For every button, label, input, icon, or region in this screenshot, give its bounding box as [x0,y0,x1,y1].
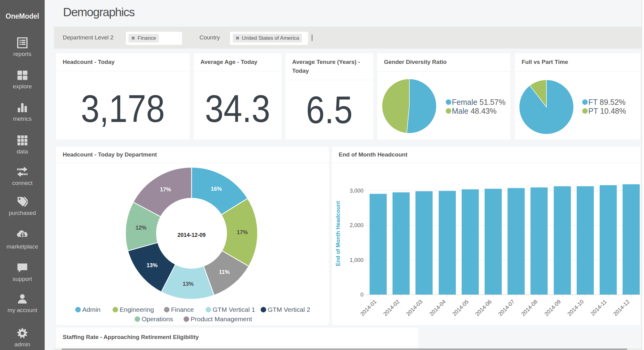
svg-text:13%: 13% [147,262,158,268]
svg-text:2014-12-09: 2014-12-09 [177,232,206,238]
svg-text:2014-09: 2014-09 [543,299,562,317]
svg-text:2014-01: 2014-01 [359,299,378,317]
svg-text:2014-06: 2014-06 [474,299,493,317]
svg-text:11%: 11% [219,269,229,275]
svg-text:2014-02: 2014-02 [382,299,401,317]
svg-text:2014-12: 2014-12 [612,299,631,317]
svg-text:2014-10: 2014-10 [566,299,585,317]
svg-text:2014-05: 2014-05 [451,299,470,317]
svg-text:3,000: 3,000 [350,188,363,194]
svg-text:12%: 12% [136,225,147,231]
svg-text:13%: 13% [183,281,194,287]
svg-text:2014-11: 2014-11 [590,299,608,317]
svg-text:16%: 16% [211,186,222,192]
svg-text:1,000: 1,000 [350,257,363,263]
svg-text:0: 0 [360,292,363,298]
svg-text:2014-04: 2014-04 [428,299,447,317]
svg-text:17%: 17% [160,186,171,193]
svg-text:2014-07: 2014-07 [497,299,516,317]
svg-text:2014-08: 2014-08 [520,299,539,317]
svg-text:2014-03: 2014-03 [405,299,424,317]
svg-text:17%: 17% [237,229,248,235]
svg-text:End of Month Headcount: End of Month Headcount [335,201,341,266]
svg-text:2,000: 2,000 [350,222,363,228]
